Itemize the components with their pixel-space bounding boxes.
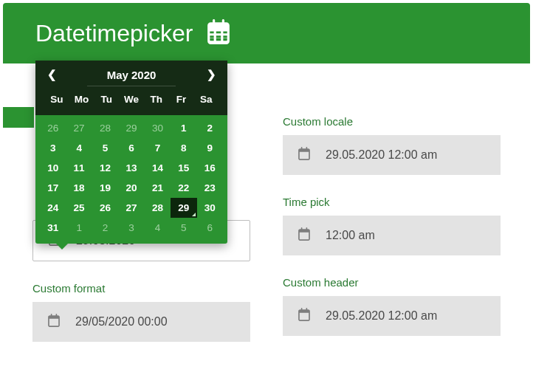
calendar-popup: ❮ May 2020 ❯ SuMoTuWeThFrSa 262728293012… [35, 61, 227, 244]
calendar-day[interactable]: 28 [145, 198, 171, 218]
calendar-day[interactable]: 8 [171, 138, 196, 158]
time-pick-value: 12:00 am [326, 229, 375, 242]
calendar-day[interactable]: 1 [66, 218, 92, 238]
calendar-day[interactable]: 26 [40, 118, 66, 138]
custom-locale-input[interactable]: 29.05.2020 12:00 am [283, 135, 501, 175]
calendar-day[interactable]: 25 [66, 198, 92, 218]
dow-cell: Th [144, 94, 169, 105]
calendar-day[interactable]: 26 [92, 198, 118, 218]
custom-format-label: Custom format [32, 282, 250, 295]
calendar-week: 262728293012 [40, 118, 223, 138]
calendar-day[interactable]: 28 [92, 118, 118, 138]
calendar-icon [47, 314, 61, 330]
calendar-day[interactable]: 27 [118, 198, 144, 218]
calendar-day[interactable]: 6 [118, 138, 144, 158]
calendar-week: 17181920212223 [40, 178, 223, 198]
calendar-day[interactable]: 24 [40, 198, 66, 218]
dow-cell: Fr [169, 94, 194, 105]
dow-cell: Su [44, 94, 69, 105]
calendar-day[interactable]: 9 [197, 138, 223, 158]
sidebar-accent [3, 107, 34, 128]
calendar-icon [298, 147, 311, 163]
calendar-day[interactable]: 27 [66, 118, 92, 138]
custom-header-value: 29.05.2020 12:00 am [326, 309, 437, 323]
page-header: Datetimepicker [3, 3, 530, 63]
prev-month-button[interactable]: ❮ [44, 68, 59, 81]
time-pick-label: Time pick [283, 196, 501, 208]
custom-locale-value: 29.05.2020 12:00 am [326, 148, 437, 162]
calendar-day[interactable]: 23 [197, 178, 223, 198]
calendar-day[interactable]: 19 [92, 178, 118, 198]
calendar-day[interactable]: 10 [40, 158, 66, 178]
right-column: Custom locale 29.05.2020 12:00 am Time p… [283, 115, 501, 362]
calendar-week: 3456789 [40, 138, 223, 158]
dow-row: SuMoTuWeThFrSa [44, 91, 219, 111]
calendar-title[interactable]: May 2020 [107, 69, 157, 81]
calendar-day[interactable]: 5 [171, 218, 196, 238]
custom-format-input[interactable]: 29/05/2020 00:00 [32, 302, 250, 342]
calendar-day[interactable]: 2 [92, 218, 118, 238]
calendar-day[interactable]: 16 [197, 158, 223, 178]
calendar-week: 10111213141516 [40, 158, 223, 178]
custom-format-value: 29/05/2020 00:00 [75, 315, 168, 329]
calendar-day[interactable]: 12 [92, 158, 118, 178]
dow-cell: Mo [69, 94, 94, 105]
calendar-icon [298, 308, 311, 324]
calendar-day[interactable]: 3 [118, 218, 144, 238]
calendar-day[interactable]: 18 [66, 178, 92, 198]
calendar-body: 2627282930123456789101112131415161718192… [35, 115, 227, 244]
calendar-week: 31123456 [40, 218, 223, 238]
calendar-icon [298, 227, 311, 244]
calendar-day[interactable]: 21 [145, 178, 171, 198]
dow-cell: We [119, 94, 144, 105]
calendar-day[interactable]: 14 [145, 158, 171, 178]
calendar-day[interactable]: 1 [171, 118, 196, 138]
calendar-day[interactable]: 22 [171, 178, 196, 198]
calendar-header: ❮ May 2020 ❯ SuMoTuWeThFrSa [35, 61, 227, 115]
calendar-day[interactable]: 11 [66, 158, 92, 178]
calendar-day[interactable]: 31 [40, 218, 66, 238]
next-month-button[interactable]: ❯ [204, 68, 219, 81]
calendar-day[interactable]: 7 [145, 138, 171, 158]
custom-header-input[interactable]: 29.05.2020 12:00 am [283, 296, 501, 336]
calendar-day[interactable]: 30 [145, 118, 171, 138]
calendar-day[interactable]: 2 [197, 118, 223, 138]
dow-cell: Tu [94, 94, 119, 105]
custom-header-label: Custom header [283, 276, 501, 289]
dow-cell: Sa [193, 94, 219, 105]
calendar-day[interactable]: 17 [40, 178, 66, 198]
custom-locale-label: Custom locale [283, 115, 501, 128]
calendar-day[interactable]: 29 [118, 118, 144, 138]
calendar-day[interactable]: 4 [66, 138, 92, 158]
calendar-day[interactable]: 30 [197, 198, 223, 218]
calendar-day[interactable]: 4 [145, 218, 171, 238]
calendar-day[interactable]: 15 [171, 158, 196, 178]
time-pick-input[interactable]: 12:00 am [283, 216, 501, 255]
calendar-day[interactable]: 3 [40, 138, 66, 158]
calendar-day[interactable]: 6 [197, 218, 223, 238]
calendar-day[interactable]: 5 [92, 138, 118, 158]
calendar-day[interactable]: 13 [118, 158, 144, 178]
page-title: Datetimepicker [35, 20, 193, 47]
calendar-icon [206, 19, 231, 47]
calendar-day[interactable]: 29 [171, 198, 196, 218]
calendar-day[interactable]: 20 [118, 178, 144, 198]
calendar-week: 24252627282930 [40, 198, 223, 218]
